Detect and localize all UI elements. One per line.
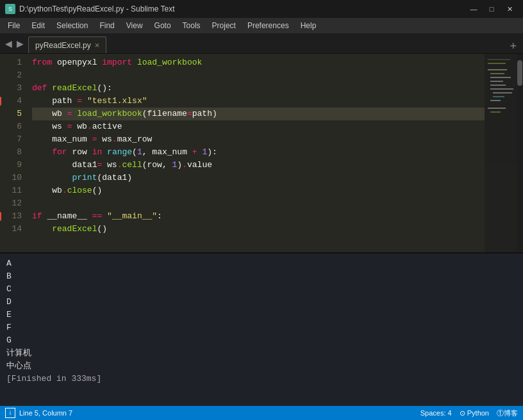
menu-find[interactable]: Find [94, 20, 119, 31]
svg-rect-11 [488, 108, 506, 109]
line-num-12: 12 [0, 197, 22, 210]
svg-rect-0 [488, 59, 510, 60]
close-button[interactable]: ✕ [501, 3, 518, 15]
scrollbar-thumb[interactable] [517, 60, 522, 86]
menu-tools[interactable]: Tools [178, 20, 206, 31]
line-numbers: 1 2 3 4 ▶ 5 6 7 8 9 10 11 12 13 14 [0, 54, 27, 252]
menu-file[interactable]: File [3, 20, 25, 31]
status-line-col: Line 5, Column 7 [19, 409, 72, 417]
line-num-8: 8 [0, 146, 22, 159]
maximize-button[interactable]: □ [483, 3, 500, 15]
status-blog: ①博客 [497, 408, 518, 418]
code-line-2 [32, 69, 485, 82]
line-num-9: 9 [0, 159, 22, 172]
tab-add-button[interactable]: + [506, 40, 520, 53]
editor-area: 1 2 3 4 ▶ 5 6 7 8 9 10 11 12 13 14 from … [0, 54, 523, 252]
menu-help[interactable]: Help [295, 20, 322, 31]
line-num-6: 6 [0, 120, 22, 133]
output-line-4: D [6, 296, 517, 309]
editor-scrollbar[interactable] [517, 54, 523, 252]
status-language: ⊙ Python [460, 409, 489, 417]
status-spaces: Spaces: 4 [420, 409, 452, 417]
svg-rect-1 [488, 63, 506, 64]
svg-rect-4 [490, 77, 511, 78]
tab-pyreadexcel[interactable]: pyReadExcel.py × [28, 36, 106, 53]
code-line-8: for row in range(1, max_num + 1): [32, 146, 485, 159]
menu-preferences[interactable]: Preferences [242, 20, 294, 31]
tab-close-button[interactable]: × [95, 40, 100, 50]
svg-rect-10 [490, 100, 501, 101]
title-bar: S D:\pythonTest\pyReadExcel.py - Sublime… [0, 0, 523, 18]
svg-rect-12 [490, 111, 501, 113]
code-line-14: readExcel() [32, 223, 485, 236]
output-line-10: [Finished in 333ms] [6, 373, 517, 385]
output-line-8: 计算机 [6, 347, 517, 360]
svg-rect-6 [490, 85, 506, 86]
code-line-9: data1= ws.cell(row, 1).value [32, 159, 485, 172]
code-content[interactable]: from openpyxl import load_workbook def r… [27, 54, 485, 252]
svg-rect-5 [490, 81, 503, 82]
line-num-3: 3 [0, 82, 22, 95]
line-num-5: ▶ 5 [0, 108, 22, 120]
code-line-5: wb = load_workbook(filename=path) [32, 108, 485, 120]
tab-label: pyReadExcel.py [35, 41, 91, 50]
menu-project[interactable]: Project [207, 20, 241, 31]
menu-selection[interactable]: Selection [51, 20, 93, 31]
status-bar: i Line 5, Column 7 Spaces: 4 ⊙ Python ①博… [0, 406, 523, 420]
code-line-6: ws = wb.active [32, 120, 485, 133]
menu-goto[interactable]: Goto [149, 20, 176, 31]
breakpoint-13 [0, 212, 1, 221]
line-num-11: 11 [0, 184, 22, 197]
window-title: D:\pythonTest\pyReadExcel.py - Sublime T… [19, 4, 175, 13]
code-line-3: def readExcel(): [32, 82, 485, 95]
svg-rect-9 [493, 96, 504, 97]
menu-edit[interactable]: Edit [26, 20, 50, 31]
breakpoint-4 [0, 97, 1, 106]
code-line-11: wb.close() [32, 184, 485, 197]
app-icon: S [5, 4, 15, 14]
output-line-6: F [6, 321, 517, 334]
output-line-1: A [6, 257, 517, 270]
minimize-button[interactable]: — [465, 3, 482, 15]
output-content: A B C D E F G 计算机 中心点 [Finished in 333ms… [0, 254, 523, 389]
line-num-2: 2 [0, 69, 22, 82]
output-line-2: B [6, 270, 517, 283]
output-panel: A B C D E F G 计算机 中心点 [Finished in 333ms… [0, 252, 523, 406]
minimap [485, 54, 517, 252]
svg-rect-3 [490, 73, 504, 74]
line-num-1: 1 [0, 56, 22, 69]
svg-rect-7 [490, 88, 513, 90]
code-line-12 [32, 197, 485, 210]
code-line-1: from openpyxl import load_workbook [32, 56, 485, 69]
output-line-7: G [6, 334, 517, 347]
tab-nav-left[interactable]: ◀ [3, 36, 14, 51]
line-num-4: 4 [0, 95, 22, 108]
tab-bar: ◀ ▶ pyReadExcel.py × + [0, 33, 523, 54]
output-line-9: 中心点 [6, 360, 517, 373]
output-line-5: E [6, 309, 517, 321]
code-line-10: print(data1) [32, 172, 485, 184]
svg-rect-2 [488, 69, 507, 70]
line-num-10: 10 [0, 172, 22, 184]
code-line-4: path = "test1.xlsx" [32, 95, 485, 108]
menu-bar: File Edit Selection Find View Goto Tools… [0, 18, 523, 33]
tab-nav-right[interactable]: ▶ [14, 36, 26, 51]
svg-rect-8 [493, 92, 512, 93]
line-num-14: 14 [0, 223, 22, 236]
line-num-7: 7 [0, 133, 22, 146]
code-line-13: if __name__ == "__main__": [32, 210, 485, 223]
code-line-7: max_num = ws.max_row [32, 133, 485, 146]
menu-view[interactable]: View [121, 20, 148, 31]
line-num-13: 13 [0, 210, 22, 223]
status-icon: i [5, 408, 15, 418]
output-line-3: C [6, 283, 517, 296]
